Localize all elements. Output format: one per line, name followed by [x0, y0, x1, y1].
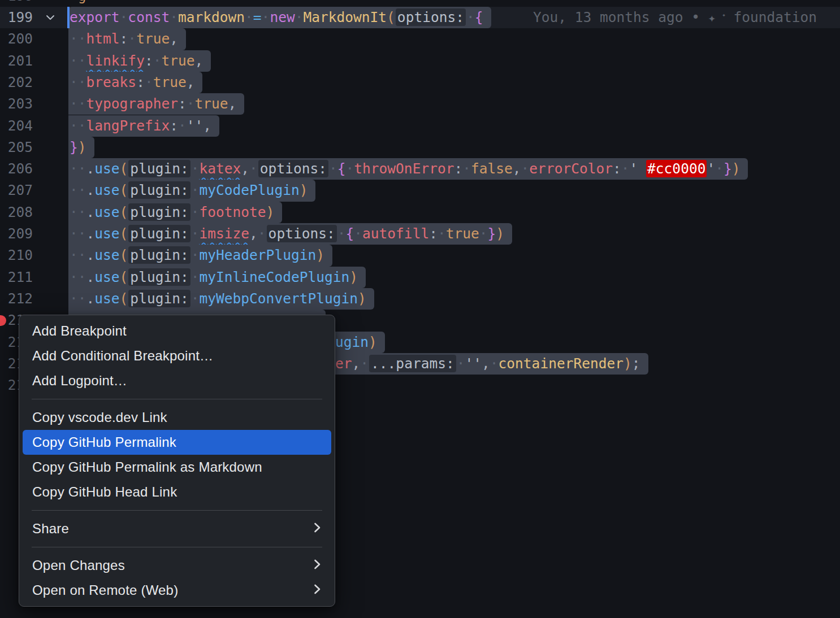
- line-number[interactable]: 211: [0, 267, 33, 288]
- inlay-hint: plugin:: [128, 181, 190, 199]
- whitespace-dot: ·: [249, 160, 258, 177]
- menu-item-copy-github-permalink-as-markdown[interactable]: Copy GitHub Permalink as Markdown: [19, 455, 335, 480]
- line-number[interactable]: 212: [0, 288, 33, 310]
- code-line[interactable]: 203··typographer:·true,: [0, 93, 840, 115]
- menu-item-add-logpoint[interactable]: Add Logpoint…: [19, 368, 335, 393]
- selection-highlight: ··.use(plugin:·footnote): [68, 202, 282, 223]
- whitespace-dot: ·: [187, 95, 195, 112]
- whitespace-dot: ·: [78, 31, 86, 47]
- code-line[interactable]: 205}): [0, 137, 840, 158]
- whitespace-dot: ·: [438, 225, 446, 242]
- line-number[interactable]: 210: [0, 245, 33, 266]
- code-text: ··.use(plugin:·myWebpConvertPlugin): [68, 288, 374, 310]
- whitespace-dot: ·: [521, 160, 530, 177]
- whitespace-dot: ·: [78, 117, 86, 134]
- selection-highlight: ··.use(plugin:·myWebpConvertPlugin): [68, 288, 374, 310]
- menu-item-add-breakpoint[interactable]: Add Breakpoint: [19, 319, 335, 343]
- code-line[interactable]: 211··.use(plugin:·myInlineCodePlugin): [0, 267, 840, 288]
- inlay-hint: plugin:: [128, 290, 190, 307]
- whitespace-dot: ·: [337, 225, 346, 242]
- menu-item-label: Copy GitHub Permalink as Markdown: [32, 459, 262, 475]
- whitespace-dot: ·: [245, 9, 253, 25]
- code-text: ··langPrefix:·'',: [68, 115, 219, 137]
- code-text: export·const·markdown·=·new·MarkdownIt(o…: [68, 7, 491, 28]
- whitespace-dot: ·: [70, 31, 78, 47]
- line-number[interactable]: 203: [0, 93, 33, 115]
- line-number[interactable]: 198: [0, 0, 33, 7]
- line-number[interactable]: 202: [0, 72, 33, 93]
- sparkle-icon: ✦✦: [708, 7, 725, 29]
- whitespace-dot: ·: [78, 160, 86, 177]
- line-number[interactable]: 209: [0, 223, 33, 245]
- inlay-hint: plugin:: [128, 160, 190, 177]
- code-line[interactable]: 210··.use(plugin:·myHeaderPlugin): [0, 245, 840, 266]
- line-number[interactable]: 200: [0, 28, 33, 50]
- whitespace-dot: ·: [70, 74, 78, 90]
- whitespace-dot: ·: [70, 117, 78, 134]
- selection-highlight: er,·...params:·'',·containerRender);: [335, 353, 648, 375]
- code-line[interactable]: 199export·const·markdown·=·new·MarkdownI…: [0, 7, 840, 28]
- code-text: ··.use(plugin:·footnote): [68, 202, 282, 223]
- whitespace-dot: ·: [360, 355, 369, 372]
- menu-item-label: Add Breakpoint: [32, 323, 127, 339]
- code-line[interactable]: 204··langPrefix:·'',: [0, 115, 840, 137]
- menu-item-label: Copy GitHub Head Link: [32, 484, 177, 500]
- menu-item-label: Copy vscode.dev Link: [32, 410, 167, 425]
- fold-chevron-icon[interactable]: [44, 7, 57, 28]
- menu-item-share[interactable]: Share: [19, 516, 335, 541]
- whitespace-dot: ·: [78, 53, 86, 69]
- editor-screen: 198·g199export·const·markdown·=·new·Mark…: [0, 0, 840, 618]
- selection-highlight: ··linkify:·true,: [68, 50, 211, 72]
- whitespace-dot: ·: [191, 160, 200, 177]
- code-text: ··breaks:·true,: [68, 72, 202, 93]
- code-line[interactable]: 200··html:·true,: [0, 28, 840, 50]
- whitespace-dot: ·: [262, 9, 270, 25]
- selection-highlight: export·const·markdown·=·new·MarkdownIt(o…: [68, 7, 491, 28]
- whitespace-dot: ·: [621, 160, 630, 177]
- code-text: ··.use(plugin:·myCodePlugin): [68, 180, 315, 201]
- selection-highlight: ugin): [335, 332, 385, 353]
- code-line[interactable]: 208··.use(plugin:·footnote): [0, 202, 840, 223]
- line-number[interactable]: 201: [0, 50, 33, 72]
- context-menu: Add BreakpointAdd Conditional Breakpoint…: [19, 315, 335, 607]
- line-number[interactable]: 208: [0, 202, 33, 223]
- selection-highlight: ··breaks:·true,: [68, 72, 202, 93]
- line-number[interactable]: 204: [0, 115, 33, 137]
- whitespace-dot: ·: [170, 9, 178, 25]
- menu-item-copy-vscode-dev-link[interactable]: Copy vscode.dev Link: [19, 405, 335, 430]
- menu-item-label: Add Conditional Breakpoint…: [32, 348, 213, 364]
- whitespace-dot: ·: [70, 204, 78, 220]
- text-cursor: [67, 7, 70, 28]
- code-line[interactable]: 206··.use(plugin:·katex,·options:·{·thro…: [0, 158, 840, 180]
- code-line[interactable]: 207··.use(plugin:·myCodePlugin): [0, 180, 840, 201]
- whitespace-dot: ·: [78, 269, 86, 285]
- menu-item-open-on-remote-web[interactable]: Open on Remote (Web): [19, 578, 335, 603]
- code-text: ··linkify:·true,: [68, 50, 211, 72]
- line-number[interactable]: 199: [0, 7, 33, 28]
- whitespace-dot: ·: [78, 74, 86, 90]
- code-line[interactable]: 202··breaks:·true,: [0, 72, 840, 93]
- code-text: ··typographer:·true,: [68, 93, 244, 115]
- line-number[interactable]: 205: [0, 137, 33, 158]
- menu-item-open-changes[interactable]: Open Changes: [19, 553, 335, 578]
- whitespace-dot: ·: [78, 182, 86, 198]
- submenu-chevron-icon: [314, 582, 321, 598]
- line-number[interactable]: 207: [0, 180, 33, 201]
- menu-item-copy-github-permalink[interactable]: Copy GitHub Permalink: [23, 430, 331, 455]
- menu-item-copy-github-head-link[interactable]: Copy GitHub Head Link: [19, 480, 335, 504]
- code-line[interactable]: 209··.use(plugin:·imsize,·options:·{·aut…: [0, 223, 840, 245]
- submenu-chevron-icon: [314, 521, 321, 537]
- code-text: ··html:·true,: [68, 28, 186, 50]
- code-line[interactable]: 212··.use(plugin:·myWebpConvertPlugin): [0, 288, 840, 310]
- whitespace-dot: ·: [479, 225, 488, 242]
- selection-highlight: ··langPrefix:·'',: [68, 115, 219, 137]
- menu-item-add-conditional-breakpoint[interactable]: Add Conditional Breakpoint…: [19, 343, 335, 368]
- code-line[interactable]: 201··linkify:·true,: [0, 50, 840, 72]
- whitespace-dot: ·: [78, 95, 86, 112]
- whitespace-dot: ·: [191, 225, 200, 242]
- code-line[interactable]: 198·g: [0, 0, 840, 7]
- whitespace-dot: ·: [346, 160, 354, 177]
- code-text: er,·...params:·'',·containerRender);: [335, 353, 648, 375]
- code-text: }): [68, 137, 94, 158]
- line-number[interactable]: 206: [0, 158, 33, 180]
